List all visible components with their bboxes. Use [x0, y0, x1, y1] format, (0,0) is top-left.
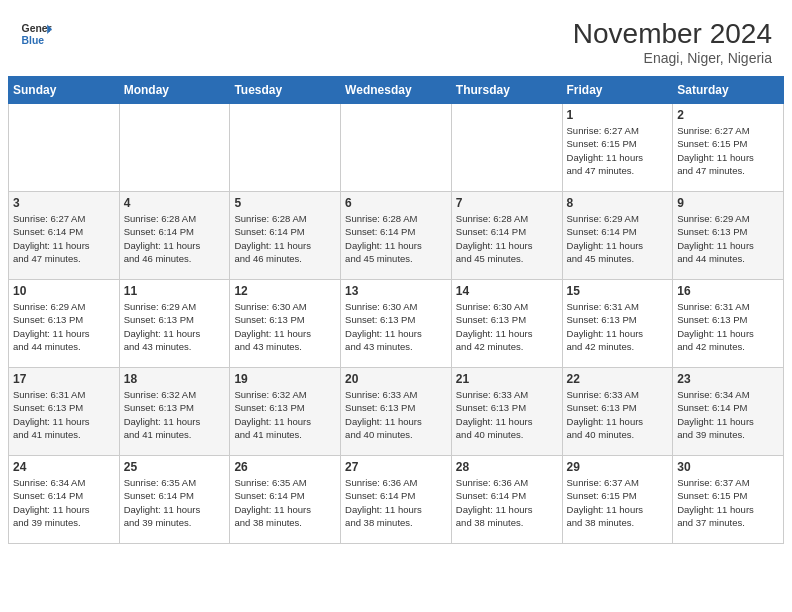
calendar-cell: 4Sunrise: 6:28 AM Sunset: 6:14 PM Daylig…: [119, 192, 230, 280]
day-number: 10: [13, 284, 115, 298]
calendar-cell: [119, 104, 230, 192]
calendar-cell: 15Sunrise: 6:31 AM Sunset: 6:13 PM Dayli…: [562, 280, 673, 368]
day-number: 28: [456, 460, 558, 474]
day-number: 27: [345, 460, 447, 474]
day-number: 30: [677, 460, 779, 474]
day-number: 13: [345, 284, 447, 298]
day-info: Sunrise: 6:28 AM Sunset: 6:14 PM Dayligh…: [456, 212, 558, 265]
calendar-week-2: 3Sunrise: 6:27 AM Sunset: 6:14 PM Daylig…: [9, 192, 784, 280]
day-number: 15: [567, 284, 669, 298]
calendar-cell: 27Sunrise: 6:36 AM Sunset: 6:14 PM Dayli…: [341, 456, 452, 544]
day-number: 17: [13, 372, 115, 386]
day-number: 3: [13, 196, 115, 210]
day-info: Sunrise: 6:30 AM Sunset: 6:13 PM Dayligh…: [456, 300, 558, 353]
calendar-cell: 3Sunrise: 6:27 AM Sunset: 6:14 PM Daylig…: [9, 192, 120, 280]
day-info: Sunrise: 6:36 AM Sunset: 6:14 PM Dayligh…: [345, 476, 447, 529]
svg-text:Blue: Blue: [22, 35, 45, 46]
logo-icon: General Blue: [20, 18, 52, 50]
page-header: General Blue November 2024 Enagi, Niger,…: [0, 0, 792, 76]
calendar-header: SundayMondayTuesdayWednesdayThursdayFrid…: [9, 77, 784, 104]
calendar-week-4: 17Sunrise: 6:31 AM Sunset: 6:13 PM Dayli…: [9, 368, 784, 456]
calendar-cell: 5Sunrise: 6:28 AM Sunset: 6:14 PM Daylig…: [230, 192, 341, 280]
day-info: Sunrise: 6:34 AM Sunset: 6:14 PM Dayligh…: [13, 476, 115, 529]
day-number: 29: [567, 460, 669, 474]
calendar-wrapper: SundayMondayTuesdayWednesdayThursdayFrid…: [0, 76, 792, 552]
day-info: Sunrise: 6:35 AM Sunset: 6:14 PM Dayligh…: [124, 476, 226, 529]
calendar-week-1: 1Sunrise: 6:27 AM Sunset: 6:15 PM Daylig…: [9, 104, 784, 192]
page-title: November 2024: [573, 18, 772, 50]
calendar-cell: 22Sunrise: 6:33 AM Sunset: 6:13 PM Dayli…: [562, 368, 673, 456]
day-number: 19: [234, 372, 336, 386]
day-info: Sunrise: 6:37 AM Sunset: 6:15 PM Dayligh…: [677, 476, 779, 529]
weekday-header-saturday: Saturday: [673, 77, 784, 104]
calendar-cell: 19Sunrise: 6:32 AM Sunset: 6:13 PM Dayli…: [230, 368, 341, 456]
calendar-cell: 28Sunrise: 6:36 AM Sunset: 6:14 PM Dayli…: [451, 456, 562, 544]
day-info: Sunrise: 6:34 AM Sunset: 6:14 PM Dayligh…: [677, 388, 779, 441]
day-info: Sunrise: 6:30 AM Sunset: 6:13 PM Dayligh…: [345, 300, 447, 353]
calendar-body: 1Sunrise: 6:27 AM Sunset: 6:15 PM Daylig…: [9, 104, 784, 544]
calendar-week-3: 10Sunrise: 6:29 AM Sunset: 6:13 PM Dayli…: [9, 280, 784, 368]
calendar-cell: 18Sunrise: 6:32 AM Sunset: 6:13 PM Dayli…: [119, 368, 230, 456]
day-number: 26: [234, 460, 336, 474]
day-number: 9: [677, 196, 779, 210]
day-info: Sunrise: 6:31 AM Sunset: 6:13 PM Dayligh…: [677, 300, 779, 353]
calendar-cell: 30Sunrise: 6:37 AM Sunset: 6:15 PM Dayli…: [673, 456, 784, 544]
day-info: Sunrise: 6:36 AM Sunset: 6:14 PM Dayligh…: [456, 476, 558, 529]
calendar-cell: 20Sunrise: 6:33 AM Sunset: 6:13 PM Dayli…: [341, 368, 452, 456]
day-info: Sunrise: 6:32 AM Sunset: 6:13 PM Dayligh…: [124, 388, 226, 441]
calendar-table: SundayMondayTuesdayWednesdayThursdayFrid…: [8, 76, 784, 544]
calendar-cell: 17Sunrise: 6:31 AM Sunset: 6:13 PM Dayli…: [9, 368, 120, 456]
calendar-cell: 24Sunrise: 6:34 AM Sunset: 6:14 PM Dayli…: [9, 456, 120, 544]
day-number: 4: [124, 196, 226, 210]
calendar-cell: 23Sunrise: 6:34 AM Sunset: 6:14 PM Dayli…: [673, 368, 784, 456]
day-number: 5: [234, 196, 336, 210]
day-number: 12: [234, 284, 336, 298]
logo: General Blue: [20, 18, 52, 50]
calendar-cell: [341, 104, 452, 192]
day-info: Sunrise: 6:27 AM Sunset: 6:15 PM Dayligh…: [567, 124, 669, 177]
calendar-cell: 11Sunrise: 6:29 AM Sunset: 6:13 PM Dayli…: [119, 280, 230, 368]
calendar-cell: 2Sunrise: 6:27 AM Sunset: 6:15 PM Daylig…: [673, 104, 784, 192]
day-info: Sunrise: 6:29 AM Sunset: 6:13 PM Dayligh…: [677, 212, 779, 265]
day-number: 18: [124, 372, 226, 386]
page-subtitle: Enagi, Niger, Nigeria: [573, 50, 772, 66]
calendar-cell: 29Sunrise: 6:37 AM Sunset: 6:15 PM Dayli…: [562, 456, 673, 544]
day-number: 1: [567, 108, 669, 122]
day-info: Sunrise: 6:29 AM Sunset: 6:13 PM Dayligh…: [13, 300, 115, 353]
weekday-header-tuesday: Tuesday: [230, 77, 341, 104]
calendar-cell: [451, 104, 562, 192]
day-info: Sunrise: 6:31 AM Sunset: 6:13 PM Dayligh…: [567, 300, 669, 353]
day-info: Sunrise: 6:28 AM Sunset: 6:14 PM Dayligh…: [124, 212, 226, 265]
day-info: Sunrise: 6:33 AM Sunset: 6:13 PM Dayligh…: [345, 388, 447, 441]
day-info: Sunrise: 6:27 AM Sunset: 6:14 PM Dayligh…: [13, 212, 115, 265]
day-number: 22: [567, 372, 669, 386]
day-number: 16: [677, 284, 779, 298]
day-info: Sunrise: 6:28 AM Sunset: 6:14 PM Dayligh…: [345, 212, 447, 265]
day-info: Sunrise: 6:29 AM Sunset: 6:13 PM Dayligh…: [124, 300, 226, 353]
calendar-week-5: 24Sunrise: 6:34 AM Sunset: 6:14 PM Dayli…: [9, 456, 784, 544]
day-number: 7: [456, 196, 558, 210]
day-number: 11: [124, 284, 226, 298]
day-info: Sunrise: 6:27 AM Sunset: 6:15 PM Dayligh…: [677, 124, 779, 177]
day-number: 23: [677, 372, 779, 386]
calendar-cell: 7Sunrise: 6:28 AM Sunset: 6:14 PM Daylig…: [451, 192, 562, 280]
calendar-cell: 16Sunrise: 6:31 AM Sunset: 6:13 PM Dayli…: [673, 280, 784, 368]
calendar-cell: 21Sunrise: 6:33 AM Sunset: 6:13 PM Dayli…: [451, 368, 562, 456]
calendar-cell: 1Sunrise: 6:27 AM Sunset: 6:15 PM Daylig…: [562, 104, 673, 192]
day-number: 8: [567, 196, 669, 210]
calendar-cell: 8Sunrise: 6:29 AM Sunset: 6:14 PM Daylig…: [562, 192, 673, 280]
calendar-cell: 12Sunrise: 6:30 AM Sunset: 6:13 PM Dayli…: [230, 280, 341, 368]
weekday-header-monday: Monday: [119, 77, 230, 104]
day-info: Sunrise: 6:32 AM Sunset: 6:13 PM Dayligh…: [234, 388, 336, 441]
day-info: Sunrise: 6:37 AM Sunset: 6:15 PM Dayligh…: [567, 476, 669, 529]
calendar-cell: [230, 104, 341, 192]
weekday-header-wednesday: Wednesday: [341, 77, 452, 104]
calendar-cell: 10Sunrise: 6:29 AM Sunset: 6:13 PM Dayli…: [9, 280, 120, 368]
calendar-cell: 9Sunrise: 6:29 AM Sunset: 6:13 PM Daylig…: [673, 192, 784, 280]
day-info: Sunrise: 6:29 AM Sunset: 6:14 PM Dayligh…: [567, 212, 669, 265]
day-number: 24: [13, 460, 115, 474]
day-info: Sunrise: 6:31 AM Sunset: 6:13 PM Dayligh…: [13, 388, 115, 441]
weekday-header-friday: Friday: [562, 77, 673, 104]
day-info: Sunrise: 6:30 AM Sunset: 6:13 PM Dayligh…: [234, 300, 336, 353]
day-number: 25: [124, 460, 226, 474]
